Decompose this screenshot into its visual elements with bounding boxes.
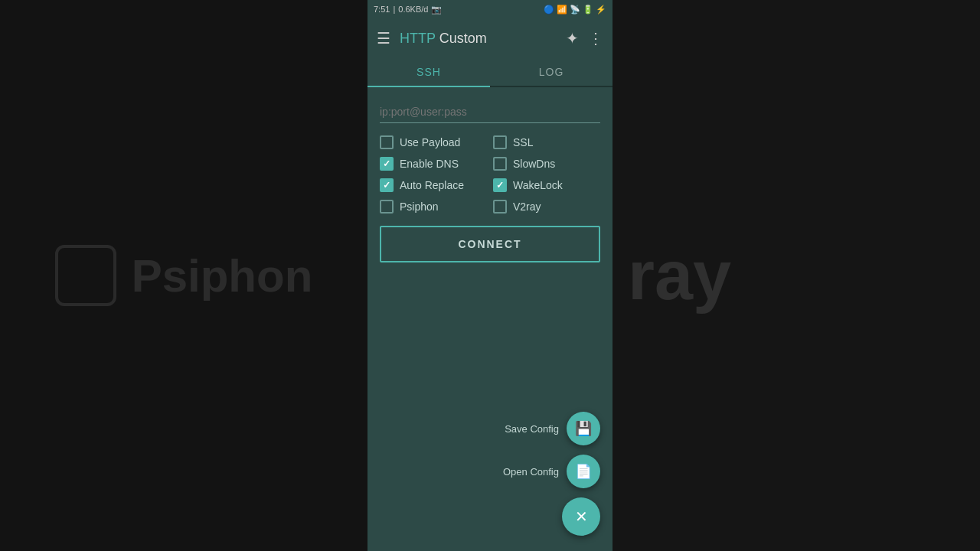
close-icon: ✕ — [575, 507, 588, 526]
more-button[interactable]: ⋮ — [588, 29, 603, 47]
tab-ssh[interactable]: SSH — [368, 58, 490, 87]
close-fab-row: ✕ — [562, 497, 600, 536]
checkbox-v2ray-label: V2ray — [513, 201, 541, 213]
charging-icon: ⚡ — [596, 5, 606, 15]
checkbox-use-payload-label: Use Payload — [400, 136, 460, 148]
fab-area: Save Config 💾 Open Config 📄 ✕ — [503, 412, 600, 536]
background-left: Psiphon — [0, 0, 368, 551]
checkbox-wakelock-box — [493, 178, 507, 192]
checkbox-psiphon-label: Psiphon — [400, 201, 439, 213]
wifi-icon: 📶 — [557, 5, 567, 15]
checkbox-enable-dns[interactable]: Enable DNS — [380, 157, 487, 171]
checkbox-slow-dns-box — [493, 157, 507, 171]
tab-log[interactable]: LOG — [490, 58, 612, 86]
checkbox-ssl[interactable]: SSL — [493, 135, 600, 149]
status-time: 7:51 — [374, 5, 390, 14]
checkbox-wakelock[interactable]: WakeLock — [493, 178, 600, 192]
psiphon-text-bg: Psiphon — [132, 249, 313, 302]
checkbox-auto-replace[interactable]: Auto Replace — [380, 178, 487, 192]
status-data: 0.6KB/d — [398, 5, 428, 14]
status-left: 7:51 | 0.6KB/d 📷 — [374, 5, 442, 15]
battery-icon: 🔋 — [583, 5, 593, 15]
checkbox-ssl-box — [493, 135, 507, 149]
connect-button[interactable]: CONNECT — [380, 226, 600, 262]
bluetooth-icon: 🔵 — [544, 5, 554, 15]
psiphon-icon-bg — [55, 245, 116, 306]
open-config-label: Open Config — [503, 466, 559, 478]
open-config-row: Open Config 📄 — [503, 455, 600, 488]
app-title-custom: Custom — [436, 31, 487, 46]
background-right: ray — [612, 0, 980, 551]
star-button[interactable]: ✦ — [566, 29, 579, 47]
menu-button[interactable]: ☰ — [377, 29, 390, 47]
checkbox-wakelock-label: WakeLock — [513, 179, 563, 191]
app-title-http: HTTP — [400, 31, 436, 46]
save-config-button[interactable]: 💾 — [567, 412, 600, 445]
status-network: | — [393, 5, 395, 14]
checkboxes-grid: Use Payload SSL Enable DNS SlowDns Auto … — [380, 135, 600, 214]
checkbox-use-payload[interactable]: Use Payload — [380, 135, 487, 149]
tabs-container: SSH LOG — [368, 58, 612, 87]
checkbox-v2ray-box — [493, 200, 507, 214]
phone-container: 7:51 | 0.6KB/d 📷 🔵 📶 📡 🔋 ⚡ ☰ HTTP Custom… — [368, 0, 612, 551]
checkbox-v2ray[interactable]: V2ray — [493, 200, 600, 214]
close-fab-button[interactable]: ✕ — [562, 497, 600, 536]
checkbox-auto-replace-box — [380, 178, 394, 192]
app-title: HTTP Custom — [400, 31, 487, 47]
ray-text-bg: ray — [628, 236, 731, 315]
app-bar-right: ✦ ⋮ — [566, 29, 603, 47]
checkbox-enable-dns-label: Enable DNS — [400, 158, 459, 170]
checkbox-slow-dns[interactable]: SlowDns — [493, 157, 600, 171]
checkbox-psiphon[interactable]: Psiphon — [380, 200, 487, 214]
checkbox-use-payload-box — [380, 135, 394, 149]
open-config-button[interactable]: 📄 — [567, 455, 600, 488]
save-config-label: Save Config — [505, 423, 559, 435]
checkbox-slow-dns-label: SlowDns — [513, 158, 555, 170]
save-icon: 💾 — [575, 420, 592, 437]
status-right: 🔵 📶 📡 🔋 ⚡ — [544, 5, 606, 15]
checkbox-enable-dns-box — [380, 157, 394, 171]
app-bar-left: ☰ HTTP Custom — [377, 29, 487, 47]
status-bar: 7:51 | 0.6KB/d 📷 🔵 📶 📡 🔋 ⚡ — [368, 0, 612, 18]
checkbox-psiphon-box — [380, 200, 394, 214]
server-input[interactable] — [380, 103, 600, 123]
checkbox-auto-replace-label: Auto Replace — [400, 179, 464, 191]
camera-indicator: 📷 — [431, 5, 442, 15]
signal-icon: 📡 — [570, 5, 580, 15]
open-icon: 📄 — [575, 463, 592, 480]
save-config-row: Save Config 💾 — [505, 412, 600, 445]
content-area: Use Payload SSL Enable DNS SlowDns Auto … — [368, 87, 612, 551]
app-bar: ☰ HTTP Custom ✦ ⋮ — [368, 18, 612, 58]
checkbox-ssl-label: SSL — [513, 136, 533, 148]
